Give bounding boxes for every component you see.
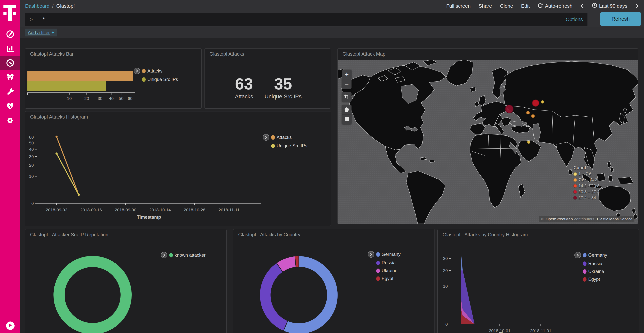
fit-bounds-button[interactable] [342, 92, 352, 102]
legend-item[interactable]: Egypt [368, 276, 400, 281]
svg-text:50: 50 [119, 96, 124, 101]
svg-text:2018-10-14: 2018-10-14 [149, 208, 171, 212]
sidebar-item-discover[interactable] [0, 27, 20, 41]
by-country-histogram-legend[interactable]: GermanyRussiaUkraineEgypt [574, 252, 607, 284]
time-back-button[interactable] [580, 3, 584, 9]
legend-item[interactable]: Attacks [134, 68, 178, 74]
breadcrumb-current: Glastopf [56, 3, 75, 9]
panel-ip-reputation: Glastopf - Attacker Src IP Reputation kn… [25, 229, 226, 333]
metric-attacks: 63 Attacks [223, 76, 265, 100]
full-screen-button[interactable]: Full screen [446, 3, 470, 9]
legend-expand-icon[interactable] [574, 252, 581, 258]
compass-icon [6, 30, 15, 39]
sidebar-item-monitoring[interactable] [0, 99, 20, 113]
panel-attacks-metric: Glastopf Attacks 63 Attacks 35 Unique Sr… [204, 48, 331, 109]
svg-text:0: 0 [446, 322, 448, 327]
legend-expand-icon[interactable] [368, 251, 374, 258]
refresh-button[interactable]: Refresh [600, 12, 641, 26]
wrench-icon [6, 87, 15, 96]
ip-reputation-legend[interactable]: known attacker [161, 252, 206, 261]
map-legend-item: 27.4 – 34 [574, 195, 600, 200]
breadcrumb-separator: / [52, 3, 54, 9]
map-attribution: © OpenStreetMap contributors, Elastic Ma… [539, 216, 634, 222]
zoom-out-button[interactable]: − [342, 79, 352, 89]
time-range-picker[interactable]: Last 90 days [592, 3, 627, 10]
panel-title: Glastopf Attacks [210, 51, 244, 57]
bar-chart-icon [6, 44, 15, 53]
sidebar-collapse-toggle[interactable] [6, 321, 14, 330]
query-bar: >_ * Options Refresh [20, 12, 644, 27]
svg-text:60: 60 [29, 135, 34, 140]
lion-icon [6, 73, 15, 82]
attacks-histogram-legend[interactable]: AttacksUnique Src IPs [263, 134, 307, 151]
svg-text:2018-09-02: 2018-09-02 [46, 208, 68, 212]
panel-by-country-histogram: Glastopf - Attacks by Country Histogram … [438, 229, 639, 333]
sidebar-item-timelion[interactable] [0, 70, 20, 84]
svg-text:2018-11-01: 2018-11-01 [530, 328, 552, 333]
svg-text:40: 40 [29, 147, 34, 152]
svg-text:30: 30 [29, 154, 34, 159]
share-button[interactable]: Share [478, 3, 492, 9]
svg-text:50: 50 [29, 141, 34, 145]
ip-reputation-donut[interactable] [25, 229, 226, 333]
panel-title: Glastopf Attack Map [342, 51, 386, 57]
sidebar-item-dashboard[interactable] [0, 56, 20, 70]
attacks-by-country-donut[interactable] [233, 229, 434, 333]
legend-expand-icon[interactable] [161, 252, 167, 258]
sidebar-item-dev-tools[interactable] [0, 84, 20, 99]
openstreetmap-link[interactable]: OpenStreetMap [546, 217, 573, 221]
map-legend-item: 7.6 – 14.2 [574, 177, 600, 182]
add-filter-button[interactable]: Add a filter + [25, 29, 57, 37]
legend-item[interactable]: Germany [574, 252, 607, 258]
gear-icon [6, 116, 15, 125]
attacks-line-chart[interactable]: 01020304050602018-09-022018-09-162018-09… [25, 111, 330, 226]
legend-item[interactable]: Unique Src IPs [263, 143, 307, 148]
legend-expand-icon[interactable] [263, 134, 269, 141]
legend-item[interactable]: Ukraine [574, 269, 607, 274]
breadcrumb-dashboard-link[interactable]: Dashboard [25, 3, 50, 9]
svg-text:60: 60 [128, 96, 132, 101]
panel-attacks-histogram: Glastopf Attacks Histogram 0102030405060… [25, 111, 331, 226]
svg-text:40: 40 [109, 96, 114, 101]
heartbeat-icon [6, 102, 15, 111]
world-map[interactable]: + − Count [338, 60, 638, 224]
query-text: * [42, 16, 45, 23]
legend-item[interactable]: Germany [368, 251, 400, 258]
attacks-by-country-legend[interactable]: GermanyRussiaUkraineEgypt [368, 251, 400, 284]
metric-unique-src-ips: 35 Unique Src IPs [262, 76, 304, 100]
svg-text:2018-09-16: 2018-09-16 [80, 208, 102, 212]
zoom-in-button[interactable]: + [342, 70, 352, 79]
legend-item[interactable]: Russia [368, 260, 400, 265]
attacks-bar-legend[interactable]: AttacksUnique Src IPs [134, 68, 178, 85]
legend-expand-icon[interactable] [134, 68, 140, 74]
clone-button[interactable]: Clone [500, 3, 513, 9]
filter-bar: Add a filter + [20, 27, 644, 38]
map-legend-item: 14.2 – 20.8 [574, 183, 600, 188]
console-icon: >_ [30, 17, 36, 22]
telekom-logo[interactable] [0, 0, 20, 24]
legend-item[interactable]: Attacks [263, 134, 307, 141]
auto-refresh-button[interactable]: Auto-refresh [538, 3, 572, 10]
svg-text:0: 0 [32, 201, 34, 206]
svg-text:20: 20 [84, 96, 89, 101]
draw-polygon-button[interactable] [342, 105, 352, 115]
by-country-area-chart[interactable]: 01020302018-10-012018-11-01Timestamp [438, 229, 639, 333]
legend-item[interactable]: Ukraine [368, 268, 400, 273]
edit-button[interactable]: Edit [521, 3, 530, 9]
elastic-maps-link[interactable]: Elastic Maps Service [597, 217, 632, 221]
map-legend: Count 1 – 7.67.6 – 14.214.2 – 20.820.8 –… [574, 165, 600, 201]
draw-rectangle-button[interactable] [342, 115, 352, 124]
svg-text:Timestamp: Timestamp [499, 331, 523, 333]
legend-item[interactable]: Russia [574, 261, 607, 266]
options-link[interactable]: Options [566, 17, 583, 23]
sidebar-item-visualize[interactable] [0, 41, 20, 56]
svg-text:2018-10-28: 2018-10-28 [184, 208, 206, 212]
time-forward-button[interactable] [636, 3, 639, 9]
sidebar-item-management[interactable] [0, 113, 20, 128]
legend-item[interactable]: known attacker [161, 252, 206, 258]
panel-attack-map: Glastopf Attack Map + − [337, 48, 638, 224]
legend-item[interactable]: Egypt [574, 277, 607, 282]
map-legend-item: 20.8 – 27.4 [574, 189, 600, 194]
search-input[interactable]: >_ * Options [25, 13, 588, 26]
legend-item[interactable]: Unique Src IPs [134, 77, 178, 82]
